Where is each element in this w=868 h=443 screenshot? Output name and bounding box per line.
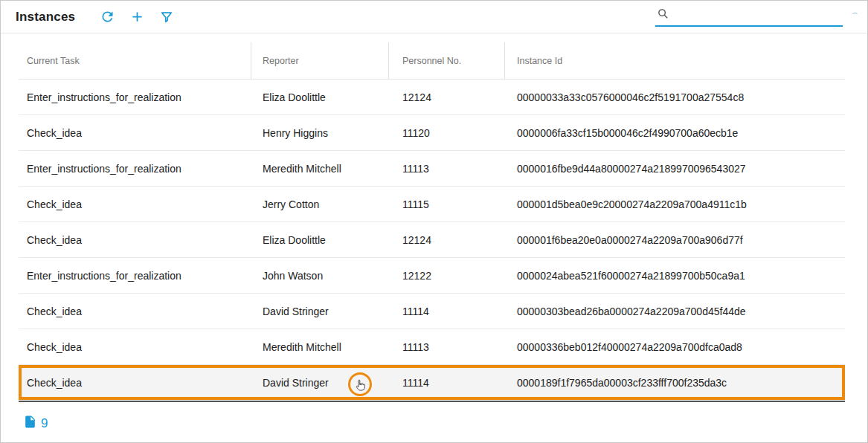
search-area: ˆ — [655, 7, 857, 27]
cell-current-task: Check_idea — [19, 222, 251, 257]
column-header-personnel-no: Personnel No. — [389, 42, 505, 79]
add-button[interactable] — [126, 6, 148, 28]
cell-instance-id: 00000033a33c0576000046c2f5191700a27554c8 — [505, 80, 845, 114]
table-row[interactable]: Enter_instructions_for_realization John … — [19, 258, 845, 294]
cell-current-task: Check_idea — [19, 115, 251, 150]
table-header: Current Task Reporter Personnel No. Inst… — [19, 42, 845, 80]
cell-reporter: David Stringer — [251, 294, 389, 329]
cell-current-task: Check_idea — [19, 329, 251, 364]
cell-personnel-no: 12122 — [389, 258, 505, 293]
table-row[interactable]: Enter_instructions_for_realization Eliza… — [19, 80, 845, 115]
cell-instance-id: 000001f6bea20e0a0000274a2209a700a906d77f — [505, 222, 845, 257]
footer: 9 — [23, 415, 867, 432]
table-row[interactable]: Check_idea Jerry Cotton 11115 000001d5be… — [19, 187, 845, 222]
cell-current-task: Enter_instructions_for_realization — [19, 80, 251, 114]
column-header-current-task: Current Task — [19, 42, 251, 79]
add-icon — [129, 9, 145, 25]
filter-button[interactable] — [155, 6, 178, 28]
cell-reporter: Eliza Doolittle — [251, 222, 389, 257]
cell-reporter: Henry Higgins — [251, 115, 389, 150]
cell-current-task: Enter_instructions_for_realization — [19, 151, 251, 186]
cell-current-task: Check_idea — [19, 294, 251, 329]
table-row[interactable]: Enter_instructions_for_realization Mered… — [19, 151, 845, 187]
search-icon — [655, 7, 674, 24]
column-header-instance-id: Instance Id — [505, 42, 845, 79]
cell-personnel-no: 11114 — [389, 365, 505, 400]
cell-instance-id: 0000016fbe9d44a80000274a2189970096543027 — [505, 151, 845, 186]
cell-personnel-no: 11113 — [389, 329, 505, 364]
table-row[interactable]: Check_idea Meredith Mitchell 11113 00000… — [19, 329, 845, 365]
cell-instance-id: 00000303bead26ba0000274a2209a700d45f44de — [505, 294, 845, 329]
refresh-button[interactable] — [96, 6, 118, 28]
cell-personnel-no: 11120 — [389, 115, 505, 150]
search-box[interactable] — [655, 7, 843, 27]
cell-current-task: Enter_instructions_for_realization — [19, 258, 251, 293]
column-header-reporter: Reporter — [251, 42, 389, 79]
cell-reporter: David Stringer — [251, 365, 389, 400]
cell-instance-id: 000001d5bea0e9c20000274a2209a700a4911c1b — [505, 187, 845, 222]
search-input[interactable] — [674, 12, 843, 24]
cell-instance-id: 00000336beb012f40000274a2209a700dfca0ad8 — [505, 329, 845, 364]
table-body: Enter_instructions_for_realization Eliza… — [19, 80, 845, 401]
instances-table: Current Task Reporter Personnel No. Inst… — [19, 42, 845, 402]
cell-instance-id: 0000024abea521f60000274a21899700b50ca9a1 — [505, 258, 845, 293]
table-row[interactable]: Check_idea Eliza Doolittle 12124 000001f… — [19, 222, 845, 258]
cell-personnel-no: 11114 — [389, 294, 505, 329]
cell-reporter: Eliza Doolittle — [251, 80, 389, 114]
cell-current-task: Check_idea — [19, 187, 251, 222]
table-row[interactable]: Check_idea Henry Higgins 11120 0000006fa… — [19, 115, 845, 151]
filter-icon — [159, 10, 174, 25]
page-icon — [23, 415, 37, 432]
table-row[interactable]: Check_idea David Stringer 11114 0000189f… — [19, 365, 845, 401]
cell-personnel-no: 11113 — [389, 151, 505, 186]
cell-current-task: Check_idea — [19, 365, 251, 400]
cell-instance-id: 0000189f1f7965da00003cf233fff700f235da3c — [505, 365, 845, 400]
cell-instance-id: 0000006fa33cf15b000046c2f4990700a60ecb1e — [505, 115, 845, 150]
cell-personnel-no: 11115 — [389, 187, 505, 222]
chevron-up-icon[interactable]: ˆ — [852, 11, 858, 22]
cell-reporter: John Watson — [251, 258, 389, 293]
row-count: 9 — [41, 416, 48, 431]
cell-reporter: Meredith Mitchell — [251, 329, 389, 364]
toolbar: Instances ˆ — [1, 1, 867, 33]
cell-personnel-no: 12124 — [389, 222, 505, 257]
cell-reporter: Meredith Mitchell — [251, 151, 389, 186]
cell-personnel-no: 12124 — [389, 80, 505, 114]
refresh-icon — [100, 9, 115, 25]
cell-reporter: Jerry Cotton — [251, 187, 389, 222]
instances-page: Instances ˆ — [0, 0, 868, 443]
table-row[interactable]: Check_idea David Stringer 11114 00000303… — [19, 294, 845, 329]
page-title: Instances — [16, 10, 75, 25]
